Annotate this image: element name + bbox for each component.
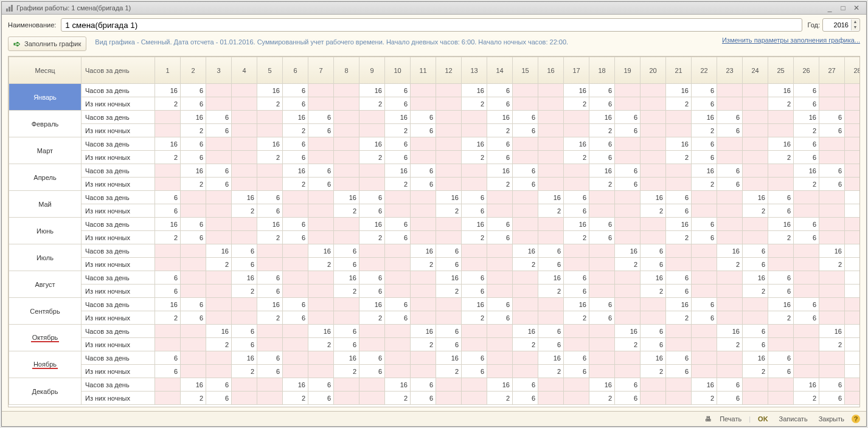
night-cell[interactable] [462,338,487,351]
header-day-9[interactable]: 9 [359,57,385,84]
night-cell[interactable]: 6 [232,338,257,351]
day-cell[interactable] [717,271,743,285]
night-cell[interactable] [385,285,411,298]
day-cell[interactable]: 6 [513,164,538,178]
night-cell[interactable] [411,231,436,244]
night-cell[interactable]: 2 [513,338,538,351]
day-cell[interactable] [206,137,232,151]
night-cell[interactable]: 6 [283,311,308,325]
day-cell[interactable]: 6 [487,298,513,311]
day-cell[interactable]: 6 [666,271,692,285]
night-cell[interactable] [641,311,666,325]
day-cell[interactable]: 16 [257,218,283,231]
night-cell[interactable]: 6 [589,231,615,244]
day-cell[interactable]: 16 [385,164,411,178]
night-cell[interactable]: 2 [308,338,334,351]
day-cell[interactable] [743,218,768,231]
night-cell[interactable] [666,338,692,351]
header-day-23[interactable]: 23 [717,57,743,84]
night-cell[interactable]: 2 [564,231,589,244]
day-cell[interactable] [717,84,743,97]
header-day-16[interactable]: 16 [538,57,564,84]
header-day-8[interactable]: 8 [334,57,359,84]
night-cell[interactable]: 6 [819,392,845,405]
night-cell[interactable]: 2 [462,311,487,325]
night-cell[interactable]: 2 [359,151,385,164]
day-cell[interactable]: 6 [513,111,538,124]
header-hours-per-day[interactable]: Часов за день [82,57,155,84]
day-cell[interactable]: 16 [768,298,794,311]
night-cell[interactable] [436,97,462,111]
day-cell[interactable]: 16 [334,351,359,365]
day-cell[interactable]: 16 [666,218,692,231]
night-cell[interactable] [615,311,641,325]
header-day-5[interactable]: 5 [257,57,283,84]
night-cell[interactable] [717,97,743,111]
day-cell[interactable] [794,271,819,285]
header-day-4[interactable]: 4 [232,57,257,84]
day-cell[interactable] [615,351,641,365]
night-cell[interactable]: 2 [385,178,411,191]
night-cell[interactable]: 6 [641,338,666,351]
night-cell[interactable] [513,365,538,378]
day-cell[interactable] [845,298,861,311]
night-cell[interactable]: 6 [308,392,334,405]
night-cell[interactable] [155,392,181,405]
day-cell[interactable]: 6 [819,111,845,124]
night-cell[interactable]: 6 [768,285,794,298]
day-cell[interactable]: 16 [436,271,462,285]
night-cell[interactable]: 2 [666,311,692,325]
header-day-6[interactable]: 6 [283,57,308,84]
night-cell[interactable]: 2 [308,258,334,271]
night-cell[interactable] [181,365,206,378]
day-cell[interactable]: 6 [283,137,308,151]
night-cell[interactable]: 2 [794,124,819,137]
day-cell[interactable] [334,298,359,311]
day-cell[interactable]: 16 [155,218,181,231]
night-cell[interactable] [768,258,794,271]
day-cell[interactable]: 16 [462,84,487,97]
day-cell[interactable]: 6 [181,218,206,231]
night-cell[interactable]: 6 [538,338,564,351]
day-cell[interactable]: 6 [513,378,538,392]
day-cell[interactable] [411,84,436,97]
day-cell[interactable]: 6 [385,298,411,311]
day-cell[interactable] [257,111,283,124]
day-cell[interactable] [641,111,666,124]
night-cell[interactable]: 2 [589,392,615,405]
day-cell[interactable] [768,111,794,124]
day-cell[interactable] [717,218,743,231]
night-cell[interactable] [794,258,819,271]
day-cell[interactable] [768,378,794,392]
day-cell[interactable] [538,164,564,178]
day-cell[interactable] [308,298,334,311]
night-cell[interactable]: 6 [743,258,768,271]
month-cell[interactable]: Ноябрь [9,351,82,378]
night-cell[interactable]: 6 [359,204,385,218]
night-cell[interactable]: 6 [155,204,181,218]
night-cell[interactable]: 6 [206,124,232,137]
day-cell[interactable]: 16 [308,325,334,338]
day-cell[interactable] [487,191,513,204]
night-cell[interactable] [538,124,564,137]
night-cell[interactable] [666,258,692,271]
night-cell[interactable]: 2 [615,338,641,351]
day-cell[interactable] [819,298,845,311]
day-cell[interactable]: 6 [743,325,768,338]
night-cell[interactable]: 6 [334,258,359,271]
day-cell[interactable]: 6 [232,244,257,258]
night-cell[interactable] [232,311,257,325]
night-cell[interactable]: 2 [155,311,181,325]
night-cell[interactable]: 6 [411,392,436,405]
day-cell[interactable] [589,325,615,338]
header-day-18[interactable]: 18 [589,57,615,84]
night-cell[interactable] [487,338,513,351]
night-cell[interactable]: 6 [436,338,462,351]
day-cell[interactable]: 16 [768,218,794,231]
night-cell[interactable] [743,178,768,191]
day-cell[interactable]: 6 [385,137,411,151]
day-cell[interactable]: 6 [717,378,743,392]
night-cell[interactable] [462,124,487,137]
night-cell[interactable] [717,231,743,244]
day-cell[interactable] [743,137,768,151]
